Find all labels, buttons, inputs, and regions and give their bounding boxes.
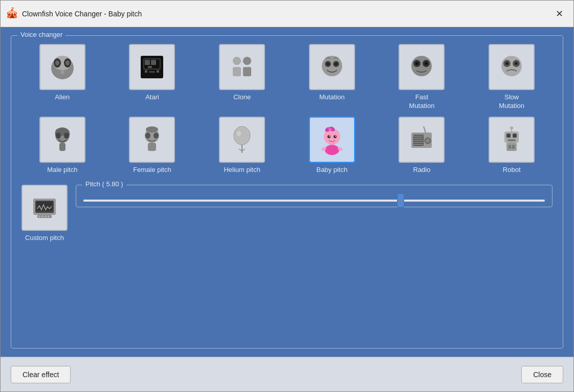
svg-point-24	[335, 62, 338, 66]
effect-clone[interactable]: Clone	[201, 44, 283, 111]
effect-icon-male-pitch	[39, 117, 85, 163]
svg-point-41	[145, 133, 150, 139]
pitch-slider-thumb[interactable]	[397, 193, 404, 208]
svg-rect-13	[149, 71, 155, 73]
svg-point-68	[426, 139, 429, 142]
pitch-slider-fill	[83, 200, 406, 202]
svg-rect-73	[507, 139, 516, 141]
effect-robot[interactable]: Robot	[471, 117, 553, 175]
effect-label-slow-mutation: Slow Mutation	[499, 93, 524, 111]
effect-female-pitch[interactable]: Female pitch	[112, 117, 193, 175]
voice-changer-group: Voice changer	[11, 35, 563, 349]
svg-point-29	[425, 62, 428, 65]
window-close-button[interactable]: ✕	[551, 6, 567, 22]
effect-label-atari: Atari	[145, 93, 159, 102]
effect-helium-pitch[interactable]: Helium pitch	[201, 117, 283, 175]
footer: Clear effect Close	[1, 357, 573, 391]
title-bar: 🎪 Clownfish Voice Changer - Baby pitch ✕	[1, 1, 573, 27]
svg-rect-62	[414, 136, 423, 137]
svg-rect-9	[145, 60, 150, 65]
radio-icon	[406, 124, 437, 155]
atari-icon	[137, 52, 167, 82]
effect-label-custom-pitch: Custom pitch	[25, 234, 64, 243]
window-title: Clownfish Voice Changer - Baby pitch	[22, 10, 142, 18]
effect-alien[interactable]: Alien	[21, 44, 103, 111]
effect-icon-atari	[129, 44, 175, 90]
svg-point-15	[233, 57, 241, 65]
svg-rect-75	[509, 145, 511, 149]
effect-label-female-pitch: Female pitch	[133, 166, 171, 175]
svg-point-23	[326, 62, 329, 66]
slow-mutation-icon	[496, 52, 527, 82]
svg-point-53	[327, 135, 330, 138]
svg-rect-72	[513, 134, 517, 138]
svg-line-69	[424, 126, 426, 133]
pitch-slider-track	[83, 200, 545, 202]
svg-rect-38	[59, 143, 65, 151]
svg-point-30	[501, 56, 522, 76]
svg-rect-86	[48, 215, 50, 217]
svg-point-56	[335, 136, 336, 137]
effect-icon-baby-pitch	[309, 117, 355, 163]
svg-rect-85	[45, 215, 47, 217]
effect-label-clone: Clone	[233, 93, 251, 102]
alien-icon	[47, 52, 78, 82]
svg-rect-16	[233, 67, 241, 76]
pitch-slider-container: Pitch ( 5.80 )	[76, 185, 553, 207]
effect-mutation[interactable]: Mutation	[291, 44, 373, 111]
svg-point-52	[328, 128, 332, 131]
svg-point-28	[415, 62, 418, 65]
robot-icon	[496, 124, 527, 155]
effect-icon-clone	[219, 44, 265, 90]
pitch-label: Pitch ( 5.80 )	[82, 180, 126, 188]
svg-point-44	[234, 126, 250, 145]
fast-mutation-icon	[406, 52, 437, 82]
svg-rect-74	[506, 143, 517, 151]
svg-point-42	[153, 133, 159, 139]
effect-atari[interactable]: Atari	[112, 44, 193, 111]
effect-male-pitch[interactable]: Male pitch	[21, 117, 103, 175]
effect-baby-pitch[interactable]: Baby pitch	[291, 117, 373, 175]
svg-rect-66	[414, 144, 423, 145]
custom-pitch-icon	[29, 192, 60, 223]
effect-label-mutation: Mutation	[319, 93, 345, 102]
effect-radio[interactable]: Radio	[381, 117, 463, 175]
effect-label-baby-pitch: Baby pitch	[316, 166, 347, 175]
svg-point-40	[146, 126, 158, 133]
svg-point-25	[411, 56, 432, 76]
svg-point-54	[334, 135, 337, 138]
svg-point-78	[510, 126, 513, 129]
effect-fast-mutation[interactable]: Fast Mutation	[381, 44, 463, 111]
main-content: Voice changer	[1, 27, 573, 357]
svg-rect-64	[414, 140, 423, 141]
svg-rect-12	[145, 70, 147, 73]
svg-rect-76	[512, 145, 515, 149]
svg-rect-65	[414, 142, 423, 143]
svg-point-5	[65, 60, 70, 66]
effect-icon-mutation	[309, 44, 355, 90]
effect-icon-alien	[39, 44, 85, 90]
effect-custom-pitch[interactable]: Custom pitch	[21, 185, 68, 243]
effect-icon-slow-mutation	[489, 44, 535, 90]
svg-point-55	[329, 136, 330, 137]
svg-point-6	[60, 70, 64, 74]
svg-rect-83	[38, 215, 40, 217]
close-button[interactable]: Close	[521, 366, 563, 383]
effect-icon-custom-pitch	[21, 185, 68, 231]
effect-icon-fast-mutation	[399, 44, 445, 90]
svg-point-33	[505, 62, 509, 65]
clear-effect-button[interactable]: Clear effect	[11, 366, 71, 383]
svg-rect-71	[506, 134, 511, 138]
effect-slow-mutation[interactable]: Slow Mutation	[471, 44, 553, 111]
svg-point-37	[64, 133, 69, 139]
svg-rect-18	[243, 67, 251, 76]
app-icon: 🎪	[6, 8, 18, 20]
helium-pitch-icon	[227, 124, 257, 155]
effect-label-alien: Alien	[55, 93, 70, 102]
effects-grid: Alien	[21, 44, 553, 175]
svg-point-20	[322, 56, 342, 76]
main-window: 🎪 Clownfish Voice Changer - Baby pitch ✕…	[0, 0, 574, 392]
svg-rect-43	[148, 143, 156, 151]
svg-point-4	[55, 60, 59, 66]
baby-pitch-icon	[317, 124, 347, 155]
